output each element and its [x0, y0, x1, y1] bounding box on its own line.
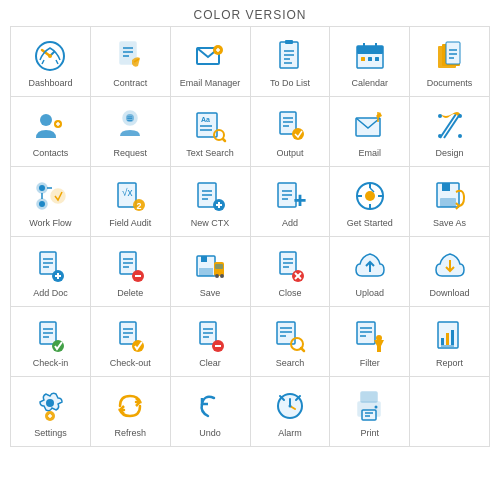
icon-cell-clear[interactable]: Clear	[171, 307, 251, 377]
icon-cell-email-manager[interactable]: Email Manager	[171, 27, 251, 97]
icon-cell-delete[interactable]: Delete	[91, 237, 171, 307]
svg-rect-105	[215, 264, 223, 269]
add-icon	[272, 178, 308, 214]
new-ctx-label: New CTX	[191, 218, 230, 228]
calendar-label: Calendar	[351, 78, 388, 88]
svg-point-55	[458, 134, 462, 138]
icon-cell-check-out[interactable]: Check-out	[91, 307, 171, 377]
documents-label: Documents	[427, 78, 473, 88]
new-ctx-icon	[192, 178, 228, 214]
delete-label: Delete	[117, 288, 143, 298]
svg-text:Aa: Aa	[201, 116, 210, 123]
icon-cell-close[interactable]: Close	[251, 237, 331, 307]
refresh-label: Refresh	[114, 428, 146, 438]
svg-text:2: 2	[137, 201, 142, 211]
icon-cell-search[interactable]: Search	[251, 307, 331, 377]
icon-cell-field-audit[interactable]: √x 2 Field Audit	[91, 167, 171, 237]
svg-point-52	[438, 114, 442, 118]
save-label: Save	[200, 288, 221, 298]
icon-cell-workflow[interactable]: Work Flow	[11, 167, 91, 237]
contract-label: Contract	[113, 78, 147, 88]
request-label: Request	[113, 148, 147, 158]
icon-cell-alarm[interactable]: Alarm	[251, 377, 331, 447]
alarm-icon	[272, 388, 308, 424]
svg-rect-139	[357, 322, 375, 344]
svg-point-47	[292, 128, 304, 140]
check-in-icon	[32, 318, 68, 354]
clear-label: Clear	[199, 358, 221, 368]
text-search-icon: Aa	[192, 108, 228, 144]
icon-cell-report[interactable]: Report	[410, 307, 490, 377]
icon-cell-calendar[interactable]: Calendar	[330, 27, 410, 97]
icon-cell-save[interactable]: Save	[171, 237, 251, 307]
icon-cell-get-started[interactable]: Get Started	[330, 167, 410, 237]
todo-label: To Do List	[270, 78, 310, 88]
undo-label: Undo	[199, 428, 221, 438]
save-icon	[192, 248, 228, 284]
icon-cell-request[interactable]: ≡ Request	[91, 97, 171, 167]
svg-rect-87	[440, 198, 456, 207]
clear-icon	[192, 318, 228, 354]
svg-line-50	[440, 114, 456, 138]
svg-rect-22	[368, 57, 372, 61]
search-label: Search	[276, 358, 305, 368]
email-label: Email	[358, 148, 381, 158]
svg-point-143	[376, 335, 382, 341]
report-icon	[432, 318, 468, 354]
svg-rect-26	[446, 42, 460, 64]
field-audit-icon: √x 2	[112, 178, 148, 214]
icon-cell-add-doc[interactable]: Add Doc	[11, 237, 91, 307]
dashboard-label: Dashboard	[28, 78, 72, 88]
icon-cell-documents[interactable]: Documents	[410, 27, 490, 97]
icon-cell-save-as[interactable]: Save As	[410, 167, 490, 237]
svg-rect-86	[442, 183, 450, 191]
undo-icon	[192, 388, 228, 424]
upload-label: Upload	[355, 288, 384, 298]
add-label: Add	[282, 218, 298, 228]
contacts-label: Contacts	[33, 148, 69, 158]
contacts-icon	[32, 108, 68, 144]
svg-rect-147	[451, 330, 454, 345]
save-as-icon	[432, 178, 468, 214]
email-icon	[352, 108, 388, 144]
icon-cell-email[interactable]: Email	[330, 97, 410, 167]
icon-cell-text-search[interactable]: Aa Text Search	[171, 97, 251, 167]
svg-point-83	[365, 191, 375, 201]
icon-cell-todo[interactable]: To Do List	[251, 27, 331, 97]
icon-cell-settings[interactable]: Settings	[11, 377, 91, 447]
svg-rect-21	[361, 57, 365, 61]
email-manager-icon	[192, 38, 228, 74]
svg-point-54	[438, 134, 442, 138]
icon-cell-upload[interactable]: Upload	[330, 237, 410, 307]
icon-cell-dashboard[interactable]: Dashboard	[11, 27, 91, 97]
icon-cell-new-ctx[interactable]: New CTX	[171, 167, 251, 237]
save-as-label: Save As	[433, 218, 466, 228]
icon-cell-refresh[interactable]: Refresh	[91, 377, 171, 447]
icon-cell-output[interactable]: Output	[251, 97, 331, 167]
design-icon	[432, 108, 468, 144]
icon-grid: Dashboard Contract Email Manager	[10, 26, 490, 447]
svg-rect-103	[199, 268, 213, 276]
output-label: Output	[276, 148, 303, 158]
icon-cell-contacts[interactable]: Contacts	[11, 97, 91, 167]
check-out-label: Check-out	[110, 358, 151, 368]
icon-cell-design[interactable]: Design	[410, 97, 490, 167]
icon-cell-add[interactable]: Add	[251, 167, 331, 237]
icon-cell-check-in[interactable]: Check-in	[11, 307, 91, 377]
icon-cell-print[interactable]: Print	[330, 377, 410, 447]
icon-cell-contract[interactable]: Contract	[91, 27, 171, 97]
delete-icon	[112, 248, 148, 284]
print-icon	[352, 388, 388, 424]
workflow-icon	[32, 178, 68, 214]
close-label: Close	[278, 288, 301, 298]
svg-text:√x: √x	[122, 187, 133, 198]
request-icon: ≡	[112, 108, 148, 144]
icon-cell-download[interactable]: Download	[410, 237, 490, 307]
svg-rect-161	[362, 410, 376, 420]
icon-cell-filter[interactable]: Filter	[330, 307, 410, 377]
alarm-label: Alarm	[278, 428, 302, 438]
svg-rect-102	[201, 256, 207, 262]
output-icon	[272, 108, 308, 144]
icon-cell-undo[interactable]: Undo	[171, 377, 251, 447]
svg-point-164	[374, 405, 377, 408]
